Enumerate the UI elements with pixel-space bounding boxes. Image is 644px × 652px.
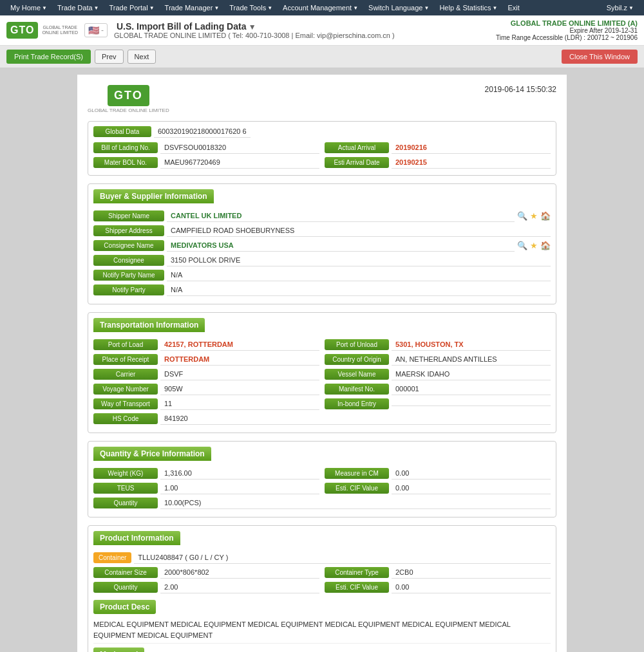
product-desc-header: Product Desc <box>93 600 156 614</box>
place-receipt-col: Place of Receipt ROTTERDAM <box>93 353 319 366</box>
manifest-label: Manifest No. <box>325 384 389 395</box>
notify-party-name-row: Notify Party Name N/A <box>93 269 551 281</box>
header-contact: GLOBAL TRADE ONLINE LIMITED ( Tel: 400-7… <box>114 32 395 39</box>
shipper-search-icon[interactable]: 🔍 <box>517 211 527 221</box>
consignee-name-row: Consignee Name MEDIVATORS USA 🔍 ★ 🏠 <box>93 239 551 252</box>
consignee-star-icon[interactable]: ★ <box>530 241 538 250</box>
flag-area[interactable]: 🇺🇸 - <box>84 23 108 37</box>
in-bond-value <box>392 402 551 406</box>
expire-info: Expire After 2019-12-31 <box>496 27 638 34</box>
mater-bol-value: MAEU967720469 <box>160 156 319 169</box>
port-unload-value: 5301, HOUSTON, TX <box>392 339 551 351</box>
product-qty-row: Quantity 2.00 Esti. CIF Value 0.00 <box>93 581 551 593</box>
hs-code-label: HS Code <box>93 413 158 424</box>
print-button[interactable]: Print Trade Record(S) <box>6 50 91 64</box>
port-load-value: 42157, ROTTERDAM <box>160 339 319 351</box>
shipper-address-label: Shipper Address <box>93 225 164 236</box>
nav-help-statistics[interactable]: Help & Statistics ▼ <box>434 4 502 12</box>
logo-subtitle: GLOBAL TRADEONLINE LIMITED <box>42 25 78 36</box>
shipper-icons: 🔍 ★ 🏠 <box>517 211 551 221</box>
global-data-value: 600320190218000017620 6 <box>154 126 251 138</box>
measure-value: 0.00 <box>392 467 551 480</box>
measure-label: Measure in CM <box>325 468 389 479</box>
prev-button[interactable]: Prev <box>95 50 124 64</box>
product-qty-label: Quantity <box>93 582 158 593</box>
voyage-value: 905W <box>160 383 319 395</box>
quantity-value: 10.00(PCS) <box>160 497 551 509</box>
nav-my-home[interactable]: My Home ▼ <box>5 4 52 12</box>
buyer-supplier-content: Shipper Name CANTEL UK LIMITED 🔍 ★ 🏠 Shi… <box>88 207 556 304</box>
voyage-col: Voyage Number 905W <box>93 383 319 395</box>
doc-logo-text: GTO <box>114 89 143 102</box>
doc-logo: GTO GLOBAL TRADE ONLINE LIMITED <box>88 85 169 113</box>
bol-row: Bill of Lading No. DSVFSOU0018320 Actual… <box>93 142 551 154</box>
page-title: U.S. Import Bill of Lading Data <box>117 21 246 32</box>
edit-icon[interactable]: ▼ <box>249 23 256 32</box>
consignee-home-icon[interactable]: 🏠 <box>540 241 551 250</box>
teus-col: TEUS 1.00 <box>93 482 319 494</box>
transport-content: Port of Load 42157, ROTTERDAM Port of Un… <box>88 336 556 433</box>
time-range: Time Range Accessible (LDR) : 200712 ~ 2… <box>496 34 638 41</box>
nav-trade-tools-arrow: ▼ <box>267 5 272 11</box>
nav-switch-language[interactable]: Switch Language ▼ <box>363 4 434 12</box>
nav-trade-manager[interactable]: Trade Manager ▼ <box>160 4 225 12</box>
nav-trade-data[interactable]: Trade Data ▼ <box>52 4 104 12</box>
way-transport-row: Way of Transport 11 In-bond Entry <box>93 398 551 410</box>
consignee-search-icon[interactable]: 🔍 <box>517 241 527 250</box>
nav-my-home-arrow: ▼ <box>42 5 47 11</box>
container-size-label: Container Size <box>93 567 158 578</box>
hs-code-value: 841920 <box>160 413 551 425</box>
nav-trade-portal[interactable]: Trade Portal ▼ <box>104 4 160 12</box>
quantity-label: Quantity <box>93 498 158 508</box>
manifest-value: 000001 <box>392 383 551 395</box>
flag-icon: 🇺🇸 <box>88 25 99 35</box>
container-size-row: Container Size 2000*806*802 Container Ty… <box>93 566 551 579</box>
consignee-value: 3150 POLLOK DRIVE <box>167 254 551 266</box>
nav-trade-manager-arrow: ▼ <box>214 5 219 11</box>
esti-cif-qty-col: Esti. CIF Value 0.00 <box>325 482 551 494</box>
consignee-icons: 🔍 ★ 🏠 <box>517 241 551 250</box>
doc-datetime: 2019-06-14 15:50:32 <box>485 85 556 94</box>
buyer-supplier-header: Buyer & Supplier Information <box>93 189 214 203</box>
product-cif-label: Esti. CIF Value <box>325 582 389 593</box>
global-data-label: Global Data <box>93 126 151 137</box>
product-cif-col: Esti. CIF Value 0.00 <box>325 581 551 593</box>
nav-account-arrow: ▼ <box>353 5 358 11</box>
close-button[interactable]: Close This Window <box>562 50 638 64</box>
consignee-row: Consignee 3150 POLLOK DRIVE <box>93 254 551 266</box>
buyer-supplier-section: Buyer & Supplier Information Shipper Nam… <box>88 183 556 304</box>
nav-account-management[interactable]: Account Management ▼ <box>278 4 363 12</box>
nav-exit[interactable]: Exit <box>502 4 524 12</box>
shipper-address-row: Shipper Address CAMPFIELD ROAD SHOEBURYN… <box>93 225 551 237</box>
container-value: TLLU2408847 ( G0 / L / CY ) <box>134 552 551 564</box>
port-unload-col: Port of Unload 5301, HOUSTON, TX <box>325 339 551 351</box>
nav-language-arrow: ▼ <box>424 5 429 11</box>
weight-col: Weight (KG) 1,316.00 <box>93 467 319 480</box>
top-navigation: My Home ▼ Trade Data ▼ Trade Portal ▼ Tr… <box>0 0 644 15</box>
next-button[interactable]: Next <box>128 50 156 64</box>
global-data-row: Global Data 600320190218000017620 6 <box>93 126 551 138</box>
actual-arrival-value: 20190216 <box>392 142 551 154</box>
product-qty-value: 2.00 <box>160 581 319 593</box>
shipper-home-icon[interactable]: 🏠 <box>540 211 551 221</box>
nav-trade-tools[interactable]: Trade Tools ▼ <box>224 4 278 12</box>
notify-party-value: N/A <box>167 284 551 296</box>
notify-party-row: Notify Party N/A <box>93 284 551 296</box>
port-load-col: Port of Load 42157, ROTTERDAM <box>93 339 319 351</box>
mater-bol-col: Mater BOL No. MAEU967720469 <box>93 156 319 169</box>
country-origin-label: Country of Origin <box>325 354 389 365</box>
container-type-col: Container Type 2CB0 <box>325 566 551 579</box>
country-origin-value: AN, NETHERLANDS ANTILLES <box>392 353 551 366</box>
product-section: Product Information Container TLLU240884… <box>88 525 556 652</box>
carrier-label: Carrier <box>93 369 158 380</box>
vessel-col: Vessel Name MAERSK IDAHO <box>325 368 551 380</box>
shipper-star-icon[interactable]: ★ <box>530 211 538 221</box>
teus-row: TEUS 1.00 Esti. CIF Value 0.00 <box>93 482 551 494</box>
bol-col: Bill of Lading No. DSVFSOU0018320 <box>93 142 319 154</box>
hs-code-row: HS Code 841920 <box>93 413 551 425</box>
weight-label: Weight (KG) <box>93 468 158 479</box>
logo-box: GTO <box>6 22 38 39</box>
product-desc-area: Product Desc MEDICAL EQUIPMENT MEDICAL E… <box>93 596 551 644</box>
country-origin-col: Country of Origin AN, NETHERLANDS ANTILL… <box>325 353 551 366</box>
logo-area: GTO GLOBAL TRADEONLINE LIMITED <box>6 22 78 39</box>
